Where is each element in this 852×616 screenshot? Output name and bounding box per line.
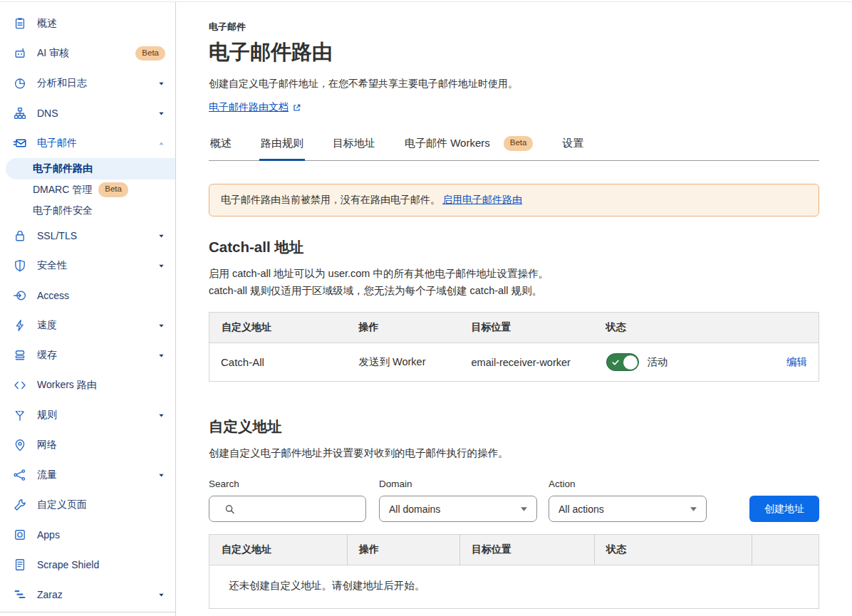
custom-address-table: 自定义地址操作目标位置状态 还未创建自定义地址。请创建地址后开始。 [209,534,819,609]
sidebar-item-email[interactable]: 电子邮件 [0,128,175,158]
warning-banner: 电子邮件路由当前被禁用，没有在路由电子邮件。启用电子邮件路由 [209,184,819,216]
ai-audit-icon [13,46,27,61]
banner-text: 电子邮件路由当前被禁用，没有在路由电子邮件。 [221,194,440,205]
ssl-icon [13,229,27,243]
filters-bar: Search Domain All domains Action [209,479,819,522]
chevron-down-icon [157,471,165,479]
status-label: 活动 [648,355,668,369]
column-header: 自定义地址 [209,535,348,565]
sidebar-item-label: Zaraz [37,589,152,600]
beta-badge: Beta [135,46,165,61]
tabs-bar: 概述路由规则目标地址电子邮件 WorkersBeta设置 [209,136,819,161]
chevron-down-icon [157,232,165,240]
tab-email-workers[interactable]: 电子邮件 WorkersBeta [403,136,534,160]
breadcrumb-eyebrow: 电子邮件 [209,21,819,33]
column-header: 状态 [595,535,752,565]
action-select-value: All actions [559,503,604,515]
sidebar-item-ssl-tls[interactable]: SSL/TLS [0,221,175,251]
doc-link[interactable]: 电子邮件路由文档 [209,101,301,114]
traffic-icon [13,468,27,482]
page-description: 创建自定义电子邮件地址，在您不希望共享主要电子邮件地址时使用。 [209,78,819,90]
sidebar-subitem-email-routing[interactable]: 电子邮件路由 [6,158,175,179]
action-select[interactable]: All actions [549,496,707,522]
tab-label: 设置 [562,137,583,150]
analytics-icon [13,76,27,90]
sidebar-item-analytics-logs[interactable]: 分析和日志 [0,68,175,98]
cell-status: 活动 [595,343,752,382]
sidebar-item-ai-audit[interactable]: AI 审核Beta [0,38,175,68]
custom-table-header: 自定义地址操作目标位置状态 [209,535,819,565]
tab-label: 目标地址 [333,137,375,150]
sidebar-item-cache[interactable]: 缓存 [0,340,175,370]
tab-routing-rules[interactable]: 路由规则 [259,136,305,160]
sidebar-subitem-label: 电子邮件路由 [33,162,93,175]
sidebar-item-label: AI 审核 [37,47,129,60]
chevron-down-icon [157,262,165,270]
speed-icon [13,318,27,333]
sidebar-subitem-email-security[interactable]: 电子邮件安全 [0,200,175,221]
chevron-up-icon [157,140,165,147]
sidebar-item-label: Apps [37,529,165,541]
tab-overview[interactable]: 概述 [209,136,233,160]
sidebar-item-label: 缓存 [37,349,152,362]
security-icon [13,259,27,273]
sidebar-item-workers-routes[interactable]: Workers 路由 [0,370,175,400]
empty-state-row: 还未创建自定义地址。请创建地址后开始。 [209,565,819,609]
toggle-knob [623,355,638,370]
domain-select-value: All domains [389,503,440,515]
sidebar-item-scrape-shield[interactable]: Scrape Shield [0,550,175,580]
sidebar-item-dns[interactable]: DNS [0,98,175,128]
catchall-description-line1: 启用 catch-all 地址可以为 user.com 中的所有其他电子邮件地址… [209,265,819,283]
sidebar-item-security[interactable]: 安全性 [0,251,175,281]
chevron-down-icon [690,506,697,512]
beta-badge: Beta [504,136,534,151]
status-toggle[interactable] [606,353,639,371]
check-icon [612,359,620,366]
scrape-shield-icon [13,558,27,572]
chevron-down-icon [157,591,165,599]
column-header: 目标位置 [460,313,595,343]
search-field: Search [209,479,366,522]
customaddress-section-title: 自定义地址 [209,417,819,437]
sidebar-item-label: 规则 [37,409,152,422]
tab-destination-addresses[interactable]: 目标地址 [331,136,377,160]
page-title: 电子邮件路由 [209,38,819,67]
chevron-down-icon [157,80,165,88]
sidebar-item-rules[interactable]: 规则 [0,400,175,430]
sidebar-item-apps[interactable]: Apps [0,520,175,550]
chevron-down-icon [520,506,528,512]
edit-link[interactable]: 编辑 [786,356,807,367]
sidebar-item-custom-pages[interactable]: 自定义页面 [0,490,175,520]
tab-settings[interactable]: 设置 [561,136,585,160]
sidebar-item-label: Scrape Shield [37,559,165,570]
custom-pages-icon [13,498,27,512]
sidebar-subitem-dmarc-management[interactable]: DMARC 管理Beta [0,179,175,200]
domain-field: Domain All domains [379,479,537,522]
action-field: Action All actions [549,479,707,522]
sidebar-item-access[interactable]: Access [0,281,175,310]
sidebar-item-overview[interactable]: 概述 [0,9,175,38]
sidebar-item-zaraz[interactable]: Zaraz [0,580,175,610]
domain-select[interactable]: All domains [379,496,537,522]
empty-state-text: 还未创建自定义地址。请创建地址后开始。 [209,565,819,609]
sidebar-item-label: Workers 路由 [37,379,165,392]
enable-routing-link[interactable]: 启用电子邮件路由 [442,194,522,205]
overview-icon [13,16,27,31]
sidebar-item-speed[interactable]: 速度 [0,310,175,340]
sidebar-item-label: Access [37,290,165,301]
column-header: 自定义地址 [209,313,348,343]
apps-icon [13,528,27,542]
sidebar-item-label: 概述 [37,17,165,30]
sidebar-item-traffic[interactable]: 流量 [0,460,175,490]
external-link-icon [292,103,301,113]
sidebar-item-network[interactable]: 网络 [0,430,175,460]
sidebar-subitem-label: 电子邮件安全 [33,204,93,217]
zaraz-icon [13,588,27,602]
sidebar-item-label: 流量 [37,469,152,481]
create-address-button[interactable]: 创建地址 [749,496,819,522]
column-header: 目标位置 [460,535,595,565]
catchall-section-title: Catch-all 地址 [209,237,819,257]
cache-icon [13,348,27,362]
cell-action: 发送到 Worker [348,343,460,382]
doc-link-label: 电子邮件路由文档 [209,101,289,114]
